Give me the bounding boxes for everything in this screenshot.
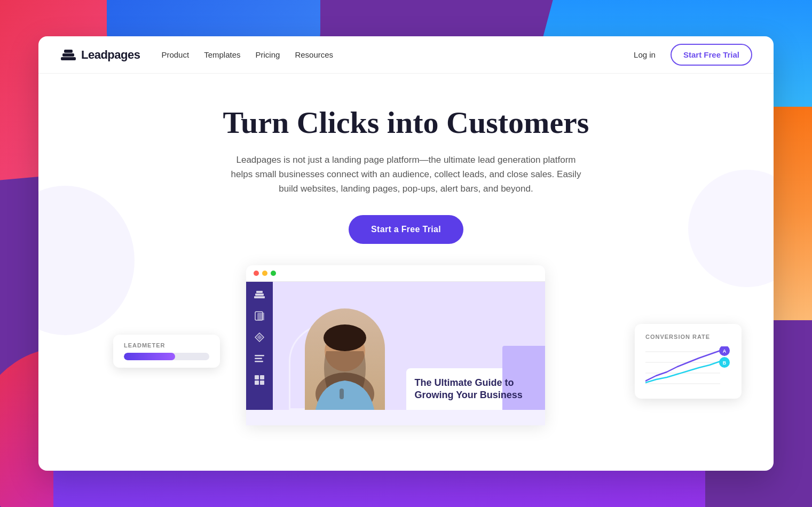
nav-item-templates[interactable]: Templates <box>204 50 240 60</box>
svg-rect-14 <box>260 375 264 379</box>
start-free-trial-hero-button[interactable]: Start a Free Trial <box>349 215 463 244</box>
login-link[interactable]: Log in <box>634 50 656 59</box>
leadmeter-card: LEADMETER <box>113 335 220 368</box>
conversion-rate-card: CONVERSION RATE A B <box>635 324 742 399</box>
svg-rect-5 <box>256 291 263 293</box>
svg-point-19 <box>324 324 366 351</box>
leadmeter-label: LEADMETER <box>124 342 209 348</box>
hero-content: Turn Clicks into Customers Leadpages is … <box>38 74 774 265</box>
guide-card: The Ultimate Guide to Growing Your Busin… <box>406 368 545 410</box>
browser-dot-yellow <box>262 271 267 276</box>
sidebar-grid-icon <box>253 374 266 386</box>
conversion-chart-svg: A B <box>645 346 731 389</box>
conversion-rate-label: CONVERSION RATE <box>645 334 731 340</box>
svg-text:B: B <box>723 360 727 366</box>
main-card: Leadpages Product Templates Pricing Reso… <box>38 36 774 471</box>
nav-links: Product Templates Pricing Resources <box>161 50 634 60</box>
sidebar-layers-icon <box>253 288 266 301</box>
nav-link-resources[interactable]: Resources <box>295 50 333 59</box>
svg-rect-15 <box>255 381 259 385</box>
browser-dot-green <box>271 271 276 276</box>
hero-section: Turn Clicks into Customers Leadpages is … <box>38 74 774 265</box>
nav-item-product[interactable]: Product <box>161 50 189 60</box>
page-area: The Ultimate Guide to Growing Your Busin… <box>273 282 545 410</box>
leadmeter-bar-fill <box>124 353 175 360</box>
browser-container: The Ultimate Guide to Growing Your Busin… <box>246 265 566 425</box>
svg-rect-20 <box>340 389 344 399</box>
browser-content: The Ultimate Guide to Growing Your Busin… <box>246 282 545 410</box>
sidebar-pages-icon <box>253 310 266 322</box>
nav-right: Log in Start Free Trial <box>634 44 752 66</box>
svg-rect-1 <box>62 53 74 57</box>
svg-text:A: A <box>723 348 727 354</box>
svg-rect-16 <box>260 381 264 385</box>
navbar: Leadpages Product Templates Pricing Reso… <box>38 36 774 74</box>
browser-dot-red <box>254 271 259 276</box>
guide-card-title: The Ultimate Guide to Growing Your Busin… <box>415 377 537 402</box>
svg-rect-4 <box>255 294 264 296</box>
leadmeter-bar-background <box>124 353 209 360</box>
browser-bar <box>246 265 545 282</box>
browser-mock: The Ultimate Guide to Growing Your Busin… <box>246 265 545 425</box>
nav-link-product[interactable]: Product <box>161 50 189 59</box>
svg-rect-13 <box>255 375 259 379</box>
svg-rect-0 <box>61 57 76 60</box>
chart-area: A B <box>645 346 731 389</box>
hero-title: Turn Clicks into Customers <box>60 106 752 140</box>
leadpages-logo-icon <box>60 47 77 62</box>
nav-link-pricing[interactable]: Pricing <box>256 50 280 59</box>
preview-section: LEADMETER <box>38 265 774 425</box>
sidebar-lines-icon <box>253 352 266 365</box>
sidebar-shape-icon <box>253 331 266 344</box>
nav-link-templates[interactable]: Templates <box>204 50 240 59</box>
person-image <box>305 308 385 410</box>
svg-rect-12 <box>255 361 263 362</box>
person-svg <box>305 308 385 410</box>
nav-item-pricing[interactable]: Pricing <box>256 50 280 60</box>
hero-subtitle: Leadpages is not just a landing page pla… <box>225 153 588 196</box>
logo-area: Leadpages <box>60 47 140 62</box>
nav-item-resources[interactable]: Resources <box>295 50 333 60</box>
svg-rect-7 <box>257 313 264 320</box>
svg-rect-11 <box>255 358 262 360</box>
svg-rect-2 <box>64 50 73 53</box>
logo-text: Leadpages <box>81 48 140 62</box>
start-free-trial-nav-button[interactable]: Start Free Trial <box>671 44 752 66</box>
svg-rect-3 <box>254 296 265 298</box>
sidebar-panel <box>246 282 273 410</box>
svg-rect-10 <box>255 355 264 357</box>
